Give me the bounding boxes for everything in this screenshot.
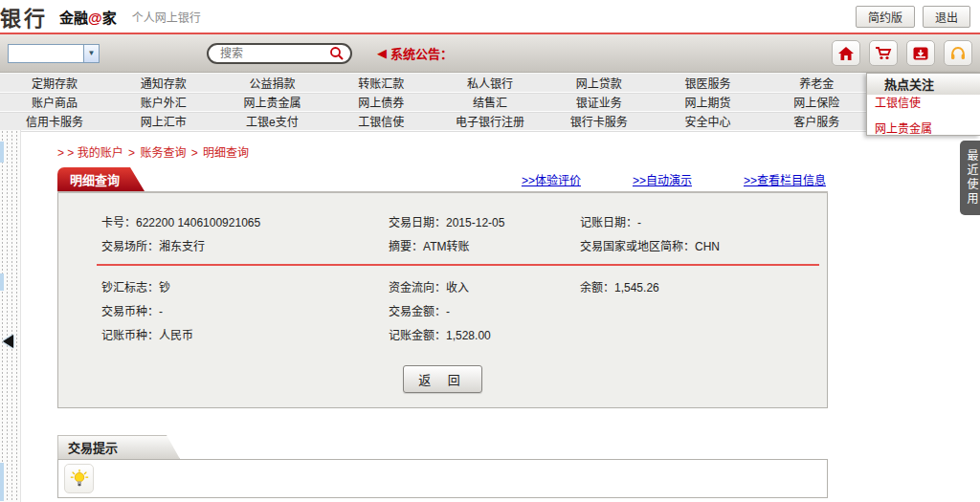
home-icon (837, 46, 855, 61)
button-row: 返 回 (58, 365, 827, 393)
field-label: 余额： (580, 281, 614, 295)
field: 交易币种：- (101, 302, 389, 318)
menu-item[interactable]: 网上贵金属 (218, 94, 327, 110)
menu-item[interactable]: 安全中心 (654, 113, 763, 129)
breadcrumb-prefix: > > (57, 146, 78, 160)
breadcrumb-item[interactable]: 我的账户 (78, 146, 123, 160)
detail-link[interactable]: >>查看栏目信息 (744, 171, 826, 187)
field: 记账日期：- (580, 213, 827, 229)
menu-item[interactable]: 网上汇市 (109, 113, 218, 129)
tips-box (57, 459, 828, 498)
collapse-left-icon[interactable] (3, 335, 13, 348)
field-label: 交易币种： (101, 305, 159, 318)
menu-item[interactable]: 转账汇款 (326, 75, 435, 91)
field: 交易金额：- (389, 302, 580, 318)
menu-item[interactable]: 银行卡服务 (545, 113, 654, 129)
splitter-mark (0, 463, 4, 501)
menu-item[interactable]: 通知存款 (109, 75, 218, 91)
menu-item[interactable]: 网上债券 (326, 94, 435, 110)
inbox-download-icon (912, 46, 929, 61)
frame-splitter[interactable] (0, 130, 21, 502)
field-value: 钞 (159, 281, 170, 295)
customer-service-button[interactable] (944, 40, 972, 66)
bank-logo: 银行 (0, 1, 48, 32)
breadcrumb-item[interactable]: 账务查询 (140, 146, 186, 160)
breadcrumb: > > 我的账户 > 账务查询 > 明细查询 (57, 143, 980, 160)
field-value: - (637, 216, 641, 229)
field-row: 记账币种：人民币记账金额：1,528.00 (58, 322, 827, 346)
field: 交易场所：湘东支行 (101, 237, 389, 253)
menu-item[interactable]: 客户服务 (762, 113, 871, 129)
top-header: 银行 金融@家 个人网上银行 简约版 退出 (0, 0, 980, 34)
field-value: ATM转账 (423, 240, 469, 253)
menu-item[interactable]: 账户外汇 (109, 94, 218, 110)
menu-item[interactable]: 网上贷款 (545, 75, 654, 91)
announcement-label: 系统公告： (390, 44, 453, 62)
tips-section: 交易提示 (57, 435, 828, 498)
menu-item[interactable]: 养老金 (762, 75, 871, 91)
recently-used-tab[interactable]: 最近使用 (960, 141, 980, 215)
breadcrumb-item[interactable]: 明细查询 (203, 146, 249, 160)
fields-top: 卡号：622200 1406100921065交易日期：2015-12-05记账… (58, 209, 827, 257)
detail-link[interactable]: >>体验评价 (522, 171, 581, 187)
hot-panel-item[interactable]: 网上贵金属 (867, 115, 980, 136)
menu-item[interactable]: 工银信使 (326, 113, 435, 129)
menu-row: 账户商品账户外汇网上贵金属网上债券结售汇银证业务网上期货网上保险银商银权转账 (0, 93, 980, 112)
menu-item[interactable]: 网上期货 (654, 94, 763, 110)
menu-item[interactable]: 银医服务 (654, 75, 763, 91)
cart-icon (875, 46, 892, 61)
field-value: 622200 1406100921065 (136, 216, 260, 229)
search-icon[interactable] (329, 46, 345, 61)
menu-item[interactable]: 工银e支付 (218, 113, 327, 129)
detail-panel: 卡号：622200 1406100921065交易日期：2015-12-05记账… (57, 193, 828, 408)
field: 记账金额：1,528.00 (389, 326, 580, 342)
simple-version-button[interactable]: 简约版 (856, 6, 915, 28)
splitter-mark (0, 142, 4, 163)
back-button[interactable]: 返 回 (403, 365, 482, 393)
field-label: 交易场所： (101, 240, 159, 253)
field: 余额：1,545.26 (580, 278, 827, 295)
field: 钞汇标志：钞 (101, 278, 389, 295)
search-input[interactable] (220, 47, 329, 60)
cart-button[interactable] (869, 40, 898, 66)
detail-link[interactable]: >>自动演示 (633, 171, 692, 187)
field: 交易日期：2015-12-05 (389, 213, 580, 229)
field-label: 交易金额： (389, 305, 446, 318)
field-label: 记账金额： (389, 329, 446, 342)
menu-item[interactable]: 公益捐款 (218, 75, 327, 91)
chevron-down-icon: ▼ (83, 45, 99, 62)
field: 资金流向：收入 (389, 278, 580, 295)
system-announcement: ◀ 系统公告： (377, 44, 453, 62)
toolbar: ▼ ◀ 系统公告： (0, 34, 980, 73)
exit-button[interactable]: 退出 (923, 6, 970, 28)
field-label: 卡号： (101, 216, 136, 229)
menu-item[interactable]: 信用卡服务 (0, 113, 109, 129)
main-menu: 定期存款通知存款公益捐款转账汇款私人银行网上贷款银医服务养老金社会保险 账户商品… (0, 73, 980, 131)
home-button[interactable] (832, 40, 860, 66)
menu-item[interactable]: 结售汇 (435, 94, 545, 110)
field-label: 记账日期： (580, 216, 637, 229)
field: 摘要：ATM转账 (389, 237, 580, 253)
headset-icon (949, 46, 967, 61)
hot-topics-title: 热点关注 (867, 74, 980, 95)
field-label: 摘要： (389, 240, 423, 253)
menu-item[interactable]: 账户商品 (0, 94, 109, 110)
hot-panel-items: 工银信使网上贵金属公益捐款 (867, 89, 980, 136)
field-value: 1,545.26 (614, 281, 659, 295)
field-label: 交易日期： (389, 216, 446, 229)
detail-tab-strip: 明细查询 >>体验评价>>自动演示>>查看栏目信息 (57, 172, 828, 193)
lightbulb-icon (64, 464, 94, 493)
menu-item[interactable]: 网上保险 (762, 94, 871, 110)
field: 记账币种：人民币 (101, 326, 389, 342)
field: 卡号：622200 1406100921065 (101, 213, 389, 229)
brand-at-icon: @ (88, 10, 102, 26)
menu-item[interactable]: 银证业务 (545, 94, 654, 110)
splitter-mark (0, 273, 4, 291)
menu-item[interactable]: 私人银行 (435, 75, 545, 91)
menu-item[interactable]: 定期存款 (0, 75, 109, 91)
inbox-download-button[interactable] (906, 40, 935, 66)
tab-detail-query[interactable]: 明细查询 (57, 167, 145, 191)
category-select[interactable]: ▼ (8, 44, 100, 63)
menu-item[interactable]: 电子银行注册 (435, 113, 545, 129)
field-row: 交易场所：湘东支行摘要：ATM转账交易国家或地区简称：CHN (58, 233, 827, 257)
